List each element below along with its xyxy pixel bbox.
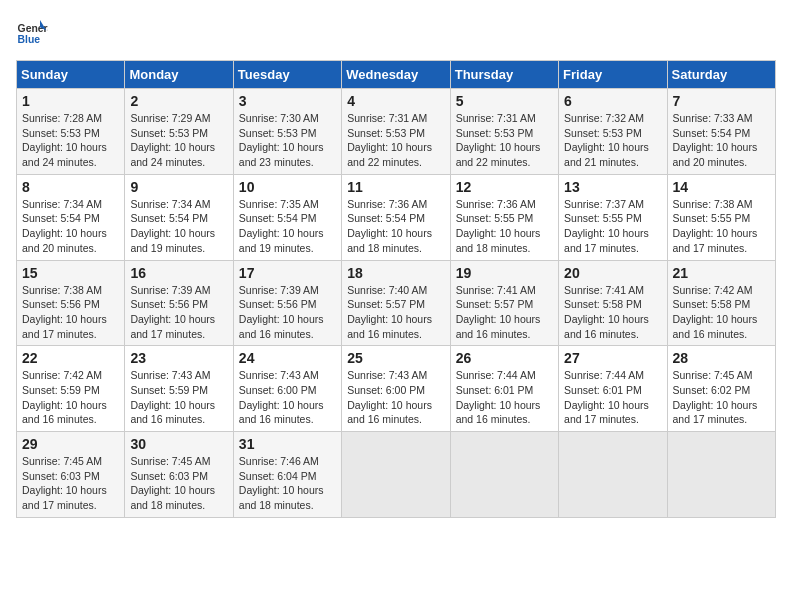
day-number: 18 [347,265,444,281]
day-number: 2 [130,93,227,109]
calendar-cell: 13 Sunrise: 7:37 AM Sunset: 5:55 PM Dayl… [559,174,667,260]
day-number: 7 [673,93,770,109]
logo: General Blue [16,16,52,48]
day-info: Sunrise: 7:45 AM Sunset: 6:03 PM Dayligh… [22,454,119,513]
day-info: Sunrise: 7:38 AM Sunset: 5:56 PM Dayligh… [22,283,119,342]
day-number: 13 [564,179,661,195]
calendar-cell [342,432,450,518]
day-number: 14 [673,179,770,195]
day-info: Sunrise: 7:42 AM Sunset: 5:59 PM Dayligh… [22,368,119,427]
calendar-cell: 22 Sunrise: 7:42 AM Sunset: 5:59 PM Dayl… [17,346,125,432]
calendar-cell: 14 Sunrise: 7:38 AM Sunset: 5:55 PM Dayl… [667,174,775,260]
day-info: Sunrise: 7:41 AM Sunset: 5:58 PM Dayligh… [564,283,661,342]
day-info: Sunrise: 7:42 AM Sunset: 5:58 PM Dayligh… [673,283,770,342]
day-info: Sunrise: 7:33 AM Sunset: 5:54 PM Dayligh… [673,111,770,170]
day-info: Sunrise: 7:32 AM Sunset: 5:53 PM Dayligh… [564,111,661,170]
logo-icon: General Blue [16,16,48,48]
day-number: 4 [347,93,444,109]
day-info: Sunrise: 7:34 AM Sunset: 5:54 PM Dayligh… [130,197,227,256]
calendar-cell: 23 Sunrise: 7:43 AM Sunset: 5:59 PM Dayl… [125,346,233,432]
day-number: 3 [239,93,336,109]
day-info: Sunrise: 7:43 AM Sunset: 5:59 PM Dayligh… [130,368,227,427]
day-number: 21 [673,265,770,281]
calendar-cell: 3 Sunrise: 7:30 AM Sunset: 5:53 PM Dayli… [233,89,341,175]
calendar-table: SundayMondayTuesdayWednesdayThursdayFrid… [16,60,776,518]
day-info: Sunrise: 7:39 AM Sunset: 5:56 PM Dayligh… [130,283,227,342]
day-info: Sunrise: 7:35 AM Sunset: 5:54 PM Dayligh… [239,197,336,256]
day-number: 29 [22,436,119,452]
calendar-cell: 25 Sunrise: 7:43 AM Sunset: 6:00 PM Dayl… [342,346,450,432]
day-info: Sunrise: 7:45 AM Sunset: 6:02 PM Dayligh… [673,368,770,427]
calendar-cell: 18 Sunrise: 7:40 AM Sunset: 5:57 PM Dayl… [342,260,450,346]
calendar-cell: 29 Sunrise: 7:45 AM Sunset: 6:03 PM Dayl… [17,432,125,518]
calendar-cell: 31 Sunrise: 7:46 AM Sunset: 6:04 PM Dayl… [233,432,341,518]
day-info: Sunrise: 7:40 AM Sunset: 5:57 PM Dayligh… [347,283,444,342]
day-info: Sunrise: 7:29 AM Sunset: 5:53 PM Dayligh… [130,111,227,170]
calendar-cell: 8 Sunrise: 7:34 AM Sunset: 5:54 PM Dayli… [17,174,125,260]
calendar-cell: 17 Sunrise: 7:39 AM Sunset: 5:56 PM Dayl… [233,260,341,346]
calendar-cell: 15 Sunrise: 7:38 AM Sunset: 5:56 PM Dayl… [17,260,125,346]
day-number: 31 [239,436,336,452]
calendar-cell: 4 Sunrise: 7:31 AM Sunset: 5:53 PM Dayli… [342,89,450,175]
day-number: 26 [456,350,553,366]
calendar-cell: 11 Sunrise: 7:36 AM Sunset: 5:54 PM Dayl… [342,174,450,260]
calendar-cell [450,432,558,518]
day-number: 24 [239,350,336,366]
calendar-cell: 28 Sunrise: 7:45 AM Sunset: 6:02 PM Dayl… [667,346,775,432]
calendar-cell: 16 Sunrise: 7:39 AM Sunset: 5:56 PM Dayl… [125,260,233,346]
day-number: 28 [673,350,770,366]
day-number: 1 [22,93,119,109]
calendar-cell [667,432,775,518]
day-info: Sunrise: 7:41 AM Sunset: 5:57 PM Dayligh… [456,283,553,342]
calendar-week-row: 29 Sunrise: 7:45 AM Sunset: 6:03 PM Dayl… [17,432,776,518]
day-number: 23 [130,350,227,366]
day-info: Sunrise: 7:36 AM Sunset: 5:55 PM Dayligh… [456,197,553,256]
calendar-cell: 24 Sunrise: 7:43 AM Sunset: 6:00 PM Dayl… [233,346,341,432]
dow-header: Tuesday [233,61,341,89]
dow-header: Saturday [667,61,775,89]
day-number: 20 [564,265,661,281]
calendar-cell: 7 Sunrise: 7:33 AM Sunset: 5:54 PM Dayli… [667,89,775,175]
calendar-week-row: 8 Sunrise: 7:34 AM Sunset: 5:54 PM Dayli… [17,174,776,260]
day-info: Sunrise: 7:31 AM Sunset: 5:53 PM Dayligh… [456,111,553,170]
day-of-week-row: SundayMondayTuesdayWednesdayThursdayFrid… [17,61,776,89]
day-number: 30 [130,436,227,452]
day-info: Sunrise: 7:28 AM Sunset: 5:53 PM Dayligh… [22,111,119,170]
day-info: Sunrise: 7:43 AM Sunset: 6:00 PM Dayligh… [239,368,336,427]
calendar-cell: 21 Sunrise: 7:42 AM Sunset: 5:58 PM Dayl… [667,260,775,346]
day-info: Sunrise: 7:46 AM Sunset: 6:04 PM Dayligh… [239,454,336,513]
day-info: Sunrise: 7:39 AM Sunset: 5:56 PM Dayligh… [239,283,336,342]
day-info: Sunrise: 7:44 AM Sunset: 6:01 PM Dayligh… [456,368,553,427]
calendar-cell [559,432,667,518]
day-info: Sunrise: 7:38 AM Sunset: 5:55 PM Dayligh… [673,197,770,256]
calendar-cell: 30 Sunrise: 7:45 AM Sunset: 6:03 PM Dayl… [125,432,233,518]
day-info: Sunrise: 7:45 AM Sunset: 6:03 PM Dayligh… [130,454,227,513]
day-number: 16 [130,265,227,281]
calendar-week-row: 1 Sunrise: 7:28 AM Sunset: 5:53 PM Dayli… [17,89,776,175]
calendar-cell: 27 Sunrise: 7:44 AM Sunset: 6:01 PM Dayl… [559,346,667,432]
day-number: 6 [564,93,661,109]
day-info: Sunrise: 7:43 AM Sunset: 6:00 PM Dayligh… [347,368,444,427]
dow-header: Thursday [450,61,558,89]
day-number: 8 [22,179,119,195]
calendar-cell: 12 Sunrise: 7:36 AM Sunset: 5:55 PM Dayl… [450,174,558,260]
calendar-body: 1 Sunrise: 7:28 AM Sunset: 5:53 PM Dayli… [17,89,776,518]
day-number: 11 [347,179,444,195]
calendar-cell: 5 Sunrise: 7:31 AM Sunset: 5:53 PM Dayli… [450,89,558,175]
calendar-cell: 10 Sunrise: 7:35 AM Sunset: 5:54 PM Dayl… [233,174,341,260]
day-number: 27 [564,350,661,366]
calendar-cell: 9 Sunrise: 7:34 AM Sunset: 5:54 PM Dayli… [125,174,233,260]
day-number: 17 [239,265,336,281]
calendar-week-row: 22 Sunrise: 7:42 AM Sunset: 5:59 PM Dayl… [17,346,776,432]
calendar-cell: 2 Sunrise: 7:29 AM Sunset: 5:53 PM Dayli… [125,89,233,175]
calendar-cell: 20 Sunrise: 7:41 AM Sunset: 5:58 PM Dayl… [559,260,667,346]
day-info: Sunrise: 7:37 AM Sunset: 5:55 PM Dayligh… [564,197,661,256]
day-number: 15 [22,265,119,281]
day-number: 25 [347,350,444,366]
day-number: 12 [456,179,553,195]
day-number: 9 [130,179,227,195]
day-info: Sunrise: 7:44 AM Sunset: 6:01 PM Dayligh… [564,368,661,427]
calendar-cell: 1 Sunrise: 7:28 AM Sunset: 5:53 PM Dayli… [17,89,125,175]
day-number: 19 [456,265,553,281]
calendar-cell: 6 Sunrise: 7:32 AM Sunset: 5:53 PM Dayli… [559,89,667,175]
